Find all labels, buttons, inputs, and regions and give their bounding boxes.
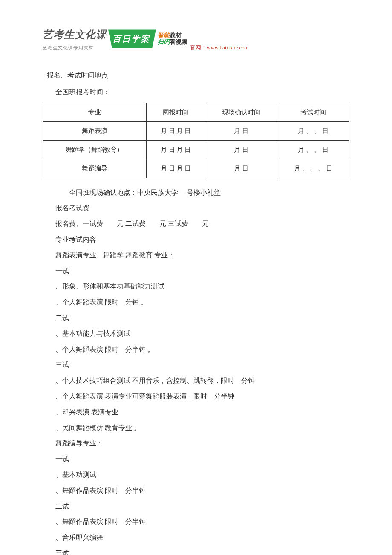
- body-line: 舞蹈编导专业：: [55, 437, 349, 450]
- table-row: 舞蹈编导 月 日 月 日 月 日 月 、 、 、 日: [43, 159, 349, 178]
- header-logo-bar: 艺考生文化课 艺考生文化课专用教材 百日学案 智能教材 扫码看视频 官网：www…: [43, 26, 349, 52]
- body-line: 舞蹈表演专业、舞蹈学 舞蹈教育 专业：: [55, 249, 349, 262]
- body-line: 报名费、一试费 元 二试费 元 三试费 元: [55, 218, 349, 230]
- section-title: 报名、考试时间地点: [47, 69, 349, 82]
- table-header-row: 专业 网报时间 现场确认时间 考试时间: [43, 103, 349, 121]
- table-cell: 月 日: [205, 121, 277, 140]
- body-line: 二试: [55, 500, 349, 513]
- table-cell: 月 日: [205, 140, 277, 159]
- body-line: 报名考试费: [55, 202, 349, 214]
- body-line: 、音乐即兴编舞: [55, 532, 349, 544]
- logo-badge: 百日学案: [108, 29, 156, 48]
- table-cell: 月 日 月 日: [146, 121, 205, 140]
- body-line: 一试: [55, 265, 349, 278]
- body-line: 、个人舞蹈表演 限时 分半钟 。: [55, 344, 349, 356]
- body-line: 、个人舞蹈表演 限时 分钟 。: [55, 296, 349, 309]
- table-header-cell: 考试时间: [277, 103, 349, 121]
- body-line: 、即兴表演 表演专业: [55, 406, 349, 419]
- logo-right-block: 智能教材 扫码看视频: [158, 32, 187, 46]
- table-header-cell: 网报时间: [146, 103, 205, 121]
- table-cell: 月 日: [205, 159, 277, 178]
- table-cell: 月 、 、 、 日: [277, 159, 349, 178]
- body-content: 全国班现场确认地点：中央民族大学 号楼小礼堂 报名考试费 报名费、一试费 元 二…: [43, 187, 349, 555]
- logo-main-text: 艺考生文化课: [43, 26, 107, 44]
- table-cell: 舞蹈编导: [43, 159, 147, 178]
- body-line: 三试: [55, 359, 349, 371]
- body-line: 全国班现场确认地点：中央民族大学 号楼小礼堂: [55, 187, 349, 199]
- body-line: 专业考试内容: [55, 234, 349, 246]
- logo-right-top-accent: 智能: [158, 32, 170, 38]
- table-cell: 舞蹈表演: [43, 121, 147, 140]
- logo-right-bot-rest: 看视频: [170, 39, 187, 45]
- body-line: 、基本功能力与技术测试: [55, 328, 349, 340]
- body-line: 三试: [55, 547, 349, 555]
- body-line: 一试: [55, 453, 349, 465]
- logo-left-block: 艺考生文化课 艺考生文化课专用教材: [43, 26, 107, 52]
- table-cell: 月 日 月 日: [146, 140, 205, 159]
- logo-right-bot-accent: 扫码: [158, 39, 170, 45]
- site-url: www.bairixue.com: [207, 44, 249, 51]
- body-line: 、基本功测试: [55, 469, 349, 481]
- body-line: 、民间舞蹈模仿 教育专业 。: [55, 422, 349, 434]
- table-cell: 月 日 月 日: [146, 159, 205, 178]
- body-line: 、形象、形体和基本功基础能力测试: [55, 280, 349, 293]
- logo-right-top-rest: 教材: [170, 32, 182, 38]
- body-line: 、舞蹈作品表演 限时 分半钟: [55, 516, 349, 528]
- table-row: 舞蹈学（舞蹈教育） 月 日 月 日 月 日 月 、 、 日: [43, 140, 349, 159]
- subtitle: 全国班报考时间：: [55, 86, 349, 98]
- schedule-table: 专业 网报时间 现场确认时间 考试时间 舞蹈表演 月 日 月 日 月 日 月 、…: [43, 103, 349, 178]
- table-cell: 舞蹈学（舞蹈教育）: [43, 140, 147, 159]
- table-cell: 月 、 、 日: [277, 121, 349, 140]
- body-line: 、个人技术技巧组合测试 不用音乐，含控制、跳转翻，限时 分钟: [55, 375, 349, 387]
- table-row: 舞蹈表演 月 日 月 日 月 日 月 、 、 日: [43, 121, 349, 140]
- table-header-cell: 现场确认时间: [205, 103, 277, 121]
- logo-right-bottom: 扫码看视频: [158, 39, 187, 46]
- logo-right-top: 智能教材: [158, 32, 187, 39]
- logo-sub-text: 艺考生文化课专用教材: [43, 44, 107, 52]
- body-line: 、舞蹈作品表演 限时 分半钟: [55, 485, 349, 497]
- table-cell: 月 、 、 日: [277, 140, 349, 159]
- body-line: 、个人舞蹈表演 表演专业可穿舞蹈服装表演，限时 分半钟: [55, 390, 349, 403]
- site-prefix: 官网：: [190, 44, 207, 51]
- body-line: 二试: [55, 312, 349, 324]
- site-link: 官网：www.bairixue.com: [190, 43, 249, 52]
- table-header-cell: 专业: [43, 103, 147, 121]
